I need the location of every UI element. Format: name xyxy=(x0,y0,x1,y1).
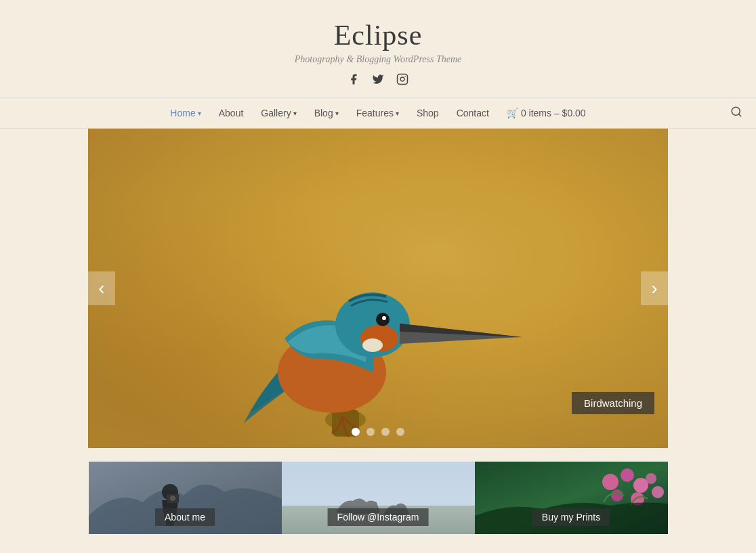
card-buy-prints-label: Buy my Prints xyxy=(532,508,610,526)
svg-point-17 xyxy=(170,495,175,501)
nav-item-shop[interactable]: Shop xyxy=(410,105,446,121)
site-tagline: Photography & Blogging WordPress Theme xyxy=(0,54,756,65)
slide-dot-4[interactable] xyxy=(396,428,404,436)
svg-point-11 xyxy=(362,338,383,352)
chevron-down-icon: ▾ xyxy=(335,110,339,117)
slider-prev-button[interactable]: ‹ xyxy=(88,271,115,305)
card-instagram[interactable]: Follow @Instagram xyxy=(282,462,475,534)
svg-point-23 xyxy=(621,468,634,482)
slider-next-button[interactable]: › xyxy=(641,271,668,305)
twitter-icon[interactable] xyxy=(372,73,384,88)
chevron-down-icon: ▾ xyxy=(396,110,399,117)
slider-wrapper: ‹ › Birdwatching xyxy=(0,129,756,448)
svg-point-22 xyxy=(602,474,618,490)
chevron-down-icon: ▾ xyxy=(198,110,201,117)
hero-slider: ‹ › Birdwatching xyxy=(88,129,668,448)
nav-item-about[interactable]: About xyxy=(212,105,251,121)
slider-caption: Birdwatching xyxy=(572,392,654,414)
site-header: Eclipse Photography & Blogging WordPress… xyxy=(0,0,756,88)
chevron-down-icon: ▾ xyxy=(293,110,297,117)
slider-dots xyxy=(352,428,404,436)
svg-rect-0 xyxy=(398,74,408,85)
nav-cart[interactable]: 🛒 0 items – $0.00 xyxy=(500,105,593,121)
card-buy-prints[interactable]: Buy my Prints xyxy=(475,462,668,534)
card-about-me-label: About me xyxy=(155,508,215,526)
nav-item-gallery[interactable]: Gallery ▾ xyxy=(254,105,303,121)
nav-item-features[interactable]: Features ▾ xyxy=(350,105,406,121)
search-icon[interactable] xyxy=(730,106,742,120)
instagram-icon[interactable] xyxy=(396,73,408,88)
svg-line-3 xyxy=(738,114,740,116)
nav-item-home[interactable]: Home ▾ xyxy=(163,105,207,121)
cards-row: About me Fo xyxy=(88,462,668,534)
social-icons xyxy=(0,73,756,88)
svg-rect-19 xyxy=(282,462,475,506)
svg-point-28 xyxy=(652,486,664,498)
slide-dot-1[interactable] xyxy=(352,428,360,436)
facebook-icon[interactable] xyxy=(348,73,360,88)
site-title: Eclipse xyxy=(0,19,756,51)
svg-point-25 xyxy=(611,489,623,502)
nav-item-blog[interactable]: Blog ▾ xyxy=(308,105,345,121)
card-about-me[interactable]: About me xyxy=(89,462,282,534)
slide-dot-3[interactable] xyxy=(381,428,390,436)
card-instagram-label: Follow @Instagram xyxy=(328,508,429,526)
svg-point-13 xyxy=(382,316,386,320)
cart-icon: 🛒 xyxy=(507,108,518,118)
nav-item-contact[interactable]: Contact xyxy=(450,105,496,121)
slide-dot-2[interactable] xyxy=(366,428,375,436)
main-nav: Home ▾ About Gallery ▾ Blog ▾ Features ▾… xyxy=(0,97,756,129)
svg-point-27 xyxy=(646,473,656,484)
